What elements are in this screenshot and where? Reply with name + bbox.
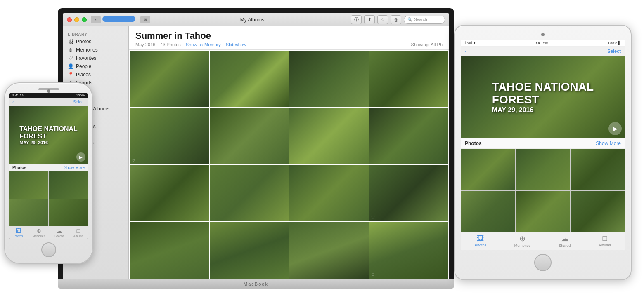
ipad-hero-text: TAHOE NATIONALFOREST MAY 29, 2016 [487,76,599,118]
mac-photo-count: 43 Photos [160,42,181,47]
ipad-tab-shared-label: Shared [559,244,571,248]
mac-share-button[interactable]: ⬆ [364,15,375,24]
iphone-hero: TAHOE NATIONALFOREST MAY 29, 2016 ▶ [9,106,88,164]
sidebar-item-places[interactable]: 📍 Places [63,70,128,79]
sidebar-item-favorites[interactable]: ♡ Favorites [63,54,128,62]
iphone-show-more-button[interactable]: Show More [64,165,85,170]
sidebar-label-favorites: Favorites [76,55,96,61]
heart-icon-5: ♡ [131,158,135,163]
mac-show-as-memory-link[interactable]: Show as Memory [186,42,221,47]
photo-cell-9[interactable] [130,165,209,222]
photo-cell-12[interactable]: ♡ [369,165,449,222]
macbook: ‹ ⊡ My Albums ⓘ ⬆ ♡ 🗑 🔍 Search [58,8,454,289]
ipad-tab-shared[interactable]: ☁ Shared [559,234,571,248]
mac-maximize-button[interactable] [82,17,87,22]
mac-heart-button[interactable]: ♡ [377,15,388,24]
ipad-back-button[interactable]: ‹ [465,49,466,54]
photo-cell-1[interactable] [130,51,209,107]
iphone-photos-tab-icon: 🖼 [15,228,21,234]
ipad: iPad ▾ 9:41 AM 100% ▌ ‹ Select TAHOE NAT… [454,25,632,280]
ipad-tab-photos-label: Photos [475,243,486,247]
places-icon: 📍 [68,72,73,77]
ipad-photo-1[interactable] [461,149,515,190]
ipad-tab-memories-label: Memories [514,244,531,248]
photo-cell-4[interactable] [369,51,449,107]
mac-slideshow-link[interactable]: Slideshow [226,42,246,47]
ipad-select-button[interactable]: Select [608,49,621,54]
ipad-photo-3[interactable] [571,149,625,190]
sidebar-item-people[interactable]: 👤 People [63,62,128,70]
photo-cell-7[interactable] [289,108,369,164]
mac-close-button[interactable] [67,17,72,22]
ipad-section-title: Photos [465,141,482,146]
mac-photo-grid: ♡ ♡ ♡ [129,50,449,279]
iphone-shell: 9:41 AM 100% ‹ Select TAHOE NATIONALFORE… [4,82,93,264]
ipad-play-button[interactable]: ▶ [608,122,622,135]
ipad-show-more-button[interactable]: Show More [596,141,621,146]
sidebar-label-memories: Memories [76,47,98,53]
iphone-photo-1[interactable] [9,171,48,199]
photo-cell-15[interactable] [289,222,369,279]
iphone-navbar: ‹ Select [9,98,88,106]
mac-forward-button[interactable]: ⊡ [140,16,150,23]
mac-back-button[interactable]: ‹ [91,16,101,23]
ipad-home-button[interactable] [534,254,552,271]
ipad-photo-4[interactable] [461,191,515,232]
iphone-photo-3[interactable] [9,199,48,226]
mac-titlebar: ‹ ⊡ My Albums ⓘ ⬆ ♡ 🗑 🔍 Search [63,13,449,26]
photo-cell-2[interactable] [210,51,289,107]
memories-icon: ⊕ [68,47,73,53]
ipad-photo-2[interactable] [516,149,570,190]
ipad-section-bar: Photos Show More [461,138,625,149]
photo-cell-8[interactable] [369,108,449,164]
photo-cell-11[interactable] [289,165,369,222]
iphone-hero-date: MAY 29, 2016 [19,140,78,145]
iphone-tab-albums-label: Albums [73,235,83,237]
mac-trash-button[interactable]: 🗑 [391,15,401,24]
mac-info-button[interactable]: ⓘ [351,15,362,24]
iphone-tab-memories[interactable]: ⊕ Memories [32,228,45,237]
sidebar-item-memories[interactable]: ⊕ Memories [63,46,128,54]
photo-cell-16[interactable]: ♡ [369,222,449,279]
sidebar-item-photos[interactable]: 🖼 Photos [63,38,128,46]
ipad-photo-5[interactable] [516,191,570,232]
iphone-select-button[interactable]: Select [73,100,85,104]
ipad-status-center: 9:41 AM [535,41,548,45]
photo-cell-14[interactable] [210,222,289,279]
ipad-hero-date: MAY 29, 2016 [492,106,594,114]
iphone-screen: 9:41 AM 100% ‹ Select TAHOE NATIONALFORE… [9,93,88,239]
ipad-tab-photos[interactable]: 🖼 Photos [475,234,486,248]
iphone-carrier: 9:41 AM [12,94,24,97]
iphone-play-button[interactable]: ▶ [76,152,85,162]
iphone-photo-2[interactable] [49,171,88,199]
iphone-section-title: Photos [12,165,26,170]
iphone-tab-shared-label: Shared [54,235,64,237]
mac-progress-bar [102,16,135,22]
photo-cell-5[interactable]: ♡ [130,108,209,164]
ipad-hero: TAHOE NATIONALFOREST MAY 29, 2016 ▶ [461,56,625,138]
mac-minimize-button[interactable] [74,17,79,22]
ipad-tab-memories[interactable]: ⊕ Memories [514,234,531,248]
iphone-home-button[interactable] [41,242,56,257]
iphone: 9:41 AM 100% ‹ Select TAHOE NATIONALFORE… [4,82,93,264]
iphone-back-button[interactable]: ‹ [12,100,14,104]
iphone-tab-shared[interactable]: ☁ Shared [54,228,64,237]
iphone-hero-title: TAHOE NATIONALFOREST [19,125,78,140]
photo-cell-6[interactable] [210,108,289,164]
ipad-tab-albums[interactable]: □ Albums [599,234,611,248]
ipad-photo-grid [461,149,625,232]
iphone-tab-photos-label: Photos [14,235,23,237]
macbook-body: MacBook [58,279,454,289]
iphone-tab-photos[interactable]: 🖼 Photos [14,228,23,237]
photo-cell-13[interactable] [130,222,209,279]
ipad-photo-6[interactable] [571,191,625,232]
photo-cell-10[interactable] [210,165,289,222]
iphone-photo-4[interactable] [49,199,88,226]
iphone-hero-text: TAHOE NATIONALFOREST MAY 29, 2016 [16,122,81,148]
ipad-screen: iPad ▾ 9:41 AM 100% ▌ ‹ Select TAHOE NAT… [461,40,625,250]
mac-search-field[interactable]: 🔍 Search [404,16,445,24]
sidebar-library-label: Library [63,30,128,38]
iphone-tab-albums[interactable]: □ Albums [73,228,83,237]
photo-cell-3[interactable] [289,51,369,107]
mac-traffic-lights [67,17,87,22]
